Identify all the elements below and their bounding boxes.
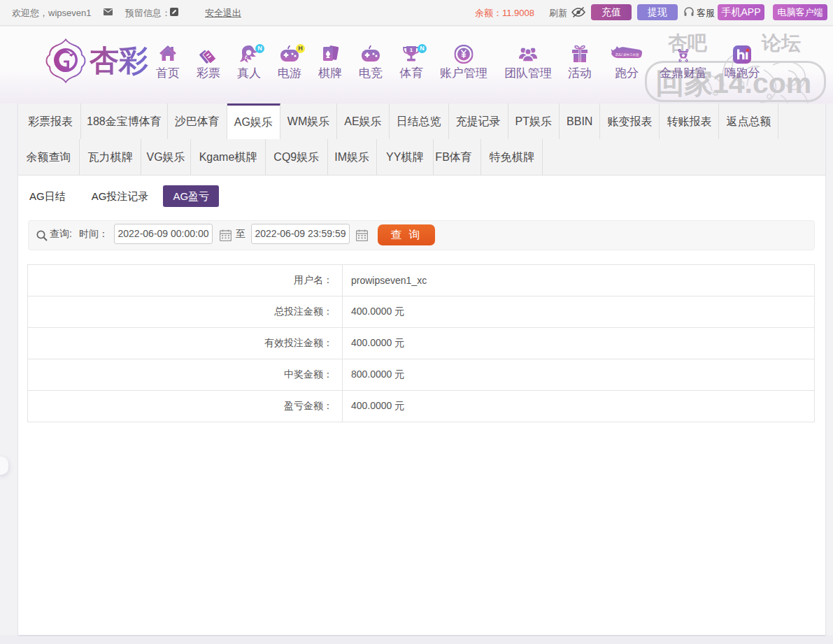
svg-text:ZULI 犀牛工作室: ZULI 犀牛工作室	[615, 52, 639, 57]
svg-text:1: 1	[410, 47, 413, 53]
